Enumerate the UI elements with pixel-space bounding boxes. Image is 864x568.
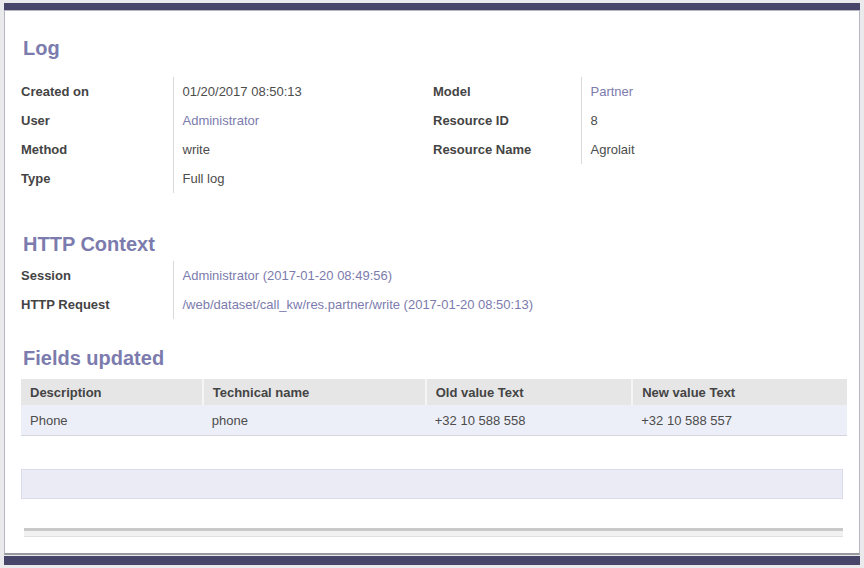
method-value: write [173, 135, 429, 164]
field-row-user: User Administrator [17, 106, 429, 135]
field-row-type: Type Full log [17, 164, 429, 193]
table-row-phone[interactable]: Phone phone +32 10 588 558 +32 10 588 55… [21, 405, 847, 436]
log-fields-right-group: Model Partner Resource ID 8 Resource Nam… [429, 77, 843, 164]
session-link[interactable]: Administrator (2017-01-20 08:49:56) [183, 268, 393, 283]
form-content: Log Created on 01/20/2017 08:50:13 User … [5, 11, 859, 537]
log-fields-left-group: Created on 01/20/2017 08:50:13 User Admi… [17, 77, 429, 193]
resource-name-value: Agrolait [581, 135, 843, 164]
cell-technical-name: phone [203, 405, 426, 436]
session-label: Session [17, 261, 173, 290]
section-title-log: Log [23, 37, 843, 59]
type-value: Full log [173, 164, 429, 193]
column-header-technical-name[interactable]: Technical name [203, 379, 426, 405]
column-header-new-value[interactable]: New value Text [632, 379, 847, 405]
http-request-label: HTTP Request [17, 290, 173, 319]
log-fields-right-column: Model Partner Resource ID 8 Resource Nam… [429, 77, 843, 193]
resource-id-value: 8 [581, 106, 843, 135]
table-header-row: Description Technical name Old value Tex… [21, 379, 847, 405]
cell-description: Phone [21, 405, 203, 436]
cell-new-value: +32 10 588 557 [632, 405, 847, 436]
field-row-model: Model Partner [429, 77, 843, 106]
http-context-column: Session Administrator (2017-01-20 08:49:… [17, 261, 843, 319]
method-label: Method [17, 135, 173, 164]
fields-updated-table: Description Technical name Old value Tex… [21, 379, 847, 436]
column-header-description[interactable]: Description [21, 379, 203, 405]
empty-section-strip [21, 469, 843, 499]
log-form-panel: Log Created on 01/20/2017 08:50:13 User … [4, 10, 860, 555]
section-title-fields-updated: Fields updated [23, 347, 843, 369]
user-label: User [17, 106, 173, 135]
divider-bar-light [24, 531, 843, 537]
field-row-created-on: Created on 01/20/2017 08:50:13 [17, 77, 429, 106]
field-row-resource-id: Resource ID 8 [429, 106, 843, 135]
field-row-session: Session Administrator (2017-01-20 08:49:… [17, 261, 843, 290]
created-on-value: 01/20/2017 08:50:13 [173, 77, 429, 106]
model-label: Model [429, 77, 581, 106]
resource-name-label: Resource Name [429, 135, 581, 164]
section-title-http-context: HTTP Context [23, 233, 843, 255]
user-link[interactable]: Administrator [183, 113, 260, 128]
http-context-group: Session Administrator (2017-01-20 08:49:… [17, 261, 843, 319]
top-accent-bar [4, 3, 860, 10]
bottom-accent-bar [4, 556, 860, 565]
model-link[interactable]: Partner [591, 84, 634, 99]
cell-old-value: +32 10 588 558 [426, 405, 633, 436]
log-field-columns: Created on 01/20/2017 08:50:13 User Admi… [17, 77, 843, 193]
http-request-link[interactable]: /web/dataset/call_kw/res.partner/write (… [183, 297, 533, 312]
resource-id-label: Resource ID [429, 106, 581, 135]
type-label: Type [17, 164, 173, 193]
column-header-old-value[interactable]: Old value Text [426, 379, 633, 405]
log-fields-left-column: Created on 01/20/2017 08:50:13 User Admi… [17, 77, 429, 193]
field-row-resource-name: Resource Name Agrolait [429, 135, 843, 164]
field-row-method: Method write [17, 135, 429, 164]
field-row-http-request: HTTP Request /web/dataset/call_kw/res.pa… [17, 290, 843, 319]
http-context-columns: Session Administrator (2017-01-20 08:49:… [17, 261, 843, 319]
created-on-label: Created on [17, 77, 173, 106]
